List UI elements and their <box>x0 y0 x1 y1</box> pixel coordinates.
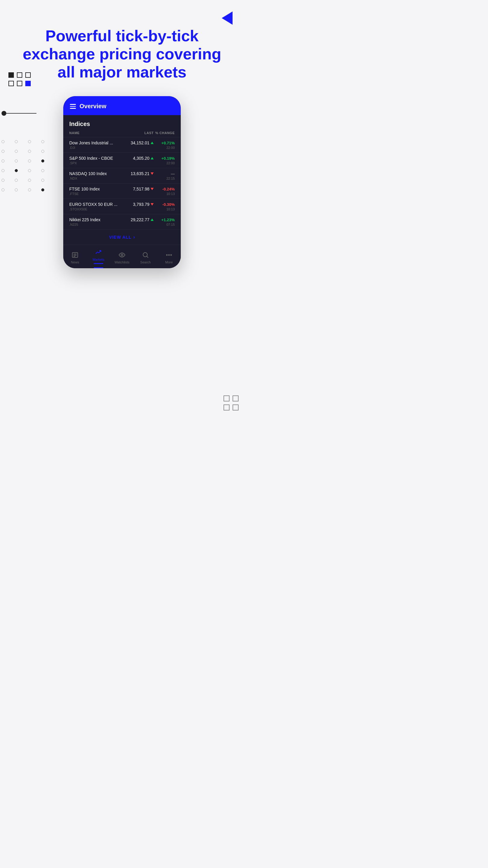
section-title: Indices <box>63 115 181 130</box>
dot <box>1 159 4 162</box>
deco-sq-sm <box>224 396 230 401</box>
dot <box>41 150 44 153</box>
row-sub: .DJI 22:00 <box>69 146 175 150</box>
view-all-arrow-icon: › <box>133 235 135 240</box>
col-name-header: NAME <box>69 131 127 135</box>
row-sub: .NDX 22:15 <box>69 177 175 180</box>
hamburger-icon[interactable] <box>70 104 76 109</box>
index-name: NASDAQ 100 Index <box>69 171 127 176</box>
index-last: 3,793.79 <box>127 202 154 207</box>
dot <box>15 179 18 182</box>
row-sub: .FTSE 10:13 <box>69 192 175 195</box>
hero-section: Powerful tick-by-tick exchange pricing c… <box>0 0 244 93</box>
deco-squares-top-left <box>8 72 31 86</box>
nav-item-markets[interactable]: Markets <box>87 248 110 264</box>
nav-label-watchlists: Watchlists <box>115 260 130 264</box>
dot <box>28 188 31 191</box>
deco-sq <box>17 81 22 86</box>
index-ticker: .SPX <box>69 161 77 165</box>
deco-sq <box>25 72 31 78</box>
index-change: +0.19% <box>154 156 175 161</box>
index-ticker: .STOXX50E <box>69 207 87 211</box>
svg-point-11 <box>171 255 172 255</box>
index-row[interactable]: Dow Jones Industrial ... 34,152.01 +0.71… <box>63 137 181 153</box>
news-icon <box>71 251 79 259</box>
nav-item-watchlists[interactable]: Watchlists <box>110 251 134 264</box>
index-change: -0.30% <box>154 202 175 207</box>
nav-label-news: News <box>71 260 79 264</box>
deco-sq <box>25 81 31 86</box>
dot <box>15 159 18 162</box>
dot <box>28 169 31 172</box>
index-row[interactable]: NASDAQ 100 Index 13,635.21 — .NDX 22:15 <box>63 168 181 183</box>
deco-sq <box>17 72 22 78</box>
nav-item-news[interactable]: News <box>63 251 87 264</box>
index-name: EURO STOXX 50 EUR ... <box>69 202 127 207</box>
up-arrow-icon <box>151 142 154 144</box>
col-change-header: % CHANGE <box>154 131 175 135</box>
dot <box>41 140 44 143</box>
index-time: 10:13 <box>166 207 175 211</box>
down-arrow-icon <box>151 203 154 206</box>
nav-item-more[interactable]: More <box>157 251 181 264</box>
index-change: +0.71% <box>154 141 175 145</box>
dot <box>15 188 18 191</box>
svg-point-6 <box>121 254 123 256</box>
index-time: 22:15 <box>166 177 175 180</box>
index-change: — <box>154 172 175 176</box>
index-change: -0.24% <box>154 187 175 191</box>
down-arrow-icon <box>151 188 154 190</box>
dot <box>41 188 44 191</box>
up-arrow-icon <box>151 218 154 221</box>
row-main: FTSE 100 Index 7,517.98 -0.24% <box>69 187 175 191</box>
bottom-nav: News Markets <box>63 245 181 268</box>
view-all-label: VIEW ALL <box>109 235 131 240</box>
deco-squares-bottom-right <box>224 396 238 410</box>
svg-point-10 <box>169 255 170 255</box>
nav-label-markets: Markets <box>93 258 104 261</box>
index-ticker: .N225 <box>69 223 78 226</box>
deco-sq <box>8 72 14 78</box>
index-last: 13,635.21 <box>127 171 154 176</box>
index-last: 34,152.01 <box>127 141 154 145</box>
overview-title: Overview <box>79 103 106 110</box>
index-ticker: .FTSE <box>69 192 78 195</box>
index-name: FTSE 100 Index <box>69 187 127 191</box>
col-last-header: LAST <box>127 131 154 135</box>
markets-icon <box>94 248 103 256</box>
dot <box>15 150 18 153</box>
index-ticker: .NDX <box>69 177 77 180</box>
index-name: Nikkei 225 Index <box>69 217 127 222</box>
dot-grid <box>1 140 48 191</box>
nav-label-more: More <box>165 260 173 264</box>
index-row[interactable]: EURO STOXX 50 EUR ... 3,793.79 -0.30% .S… <box>63 198 181 214</box>
nav-item-search[interactable]: Search <box>134 251 157 264</box>
table-header: NAME LAST % CHANGE <box>63 130 181 137</box>
search-icon <box>141 251 150 259</box>
dot <box>41 159 44 162</box>
phone-mockup: Overview Indices NAME LAST % CHANGE Dow … <box>63 96 181 268</box>
dot <box>1 140 4 143</box>
index-last: 4,305.20 <box>127 156 154 161</box>
line-bar <box>6 113 36 114</box>
row-sub: .SPX 22:00 <box>69 161 175 165</box>
index-ticker: .DJI <box>69 146 75 150</box>
svg-point-7 <box>143 253 147 257</box>
watchlists-icon <box>118 251 126 259</box>
dot <box>1 179 4 182</box>
hero-title: Powerful tick-by-tick exchange pricing c… <box>18 27 226 81</box>
dot <box>28 150 31 153</box>
index-name: Dow Jones Industrial ... <box>69 141 127 145</box>
view-all-button[interactable]: VIEW ALL › <box>63 229 181 245</box>
dot <box>1 169 4 172</box>
phone-screen: Overview Indices NAME LAST % CHANGE Dow … <box>63 96 181 268</box>
row-sub: .N225 07:15 <box>69 223 175 226</box>
index-row[interactable]: Nikkei 225 Index 29,222.77 +1.23% .N225 … <box>63 214 181 229</box>
index-row[interactable]: S&P 500 Index - CBOE 4,305.20 +0.19% .SP… <box>63 153 181 168</box>
back-arrow-icon[interactable] <box>222 11 233 25</box>
dot <box>41 179 44 182</box>
row-sub: .STOXX50E 10:13 <box>69 207 175 211</box>
row-main: Nikkei 225 Index 29,222.77 +1.23% <box>69 217 175 222</box>
index-time: 22:00 <box>166 146 175 150</box>
index-row[interactable]: FTSE 100 Index 7,517.98 -0.24% .FTSE 10:… <box>63 183 181 198</box>
